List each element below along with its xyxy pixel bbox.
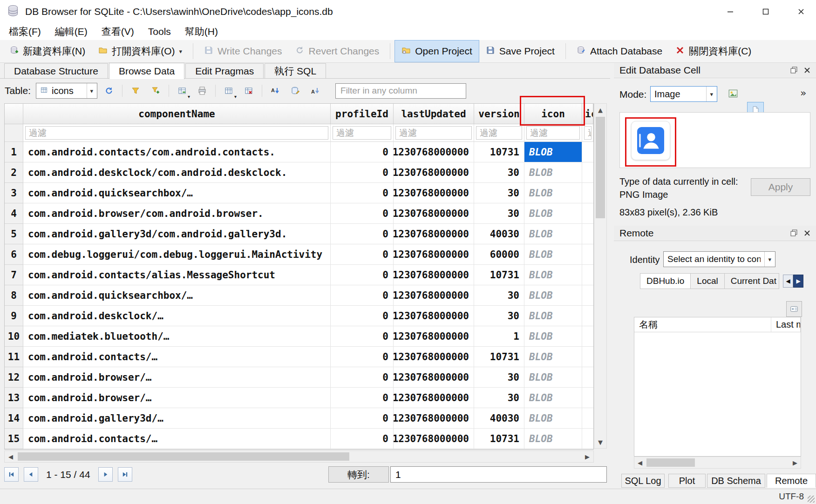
cell-componentName[interactable]: com.mediatek.bluetooth/… (23, 326, 331, 347)
cell-componentName[interactable]: com.android.contacts/com.android.contact… (23, 142, 331, 162)
scroll-left-icon[interactable]: ◀ (634, 457, 646, 468)
cell-version[interactable]: 10731 (474, 347, 524, 367)
cell-profileId[interactable]: 0 (331, 306, 394, 326)
float-dock-icon[interactable] (790, 65, 797, 76)
new-database-button[interactable]: 新建資料庫(N) (3, 40, 92, 62)
remote-list-header-name[interactable]: 名稱 (634, 317, 771, 332)
next-page-button[interactable] (98, 467, 113, 482)
scroll-right-icon[interactable]: ▶ (789, 457, 801, 468)
cell-lastUpdated[interactable]: 1230768000000 (394, 347, 474, 367)
minimize-button[interactable] (715, 0, 745, 23)
sort-descending-button[interactable]: A (307, 82, 324, 99)
cell-profileId[interactable]: 0 (331, 326, 394, 347)
row-number[interactable]: 13 (5, 388, 23, 408)
row-number[interactable]: 6 (5, 244, 23, 265)
cell-icon[interactable]: BLOB (524, 162, 582, 183)
tab-remote[interactable]: Remote (767, 474, 816, 488)
cell-profileId[interactable]: 0 (331, 408, 394, 429)
cell-version[interactable]: 30 (474, 306, 524, 326)
cell-version[interactable]: 30 (474, 388, 524, 408)
cell-overflow[interactable] (582, 224, 593, 244)
cell-overflow[interactable] (582, 347, 593, 367)
cell-icon[interactable]: BLOB (524, 388, 582, 408)
tab-db-schema[interactable]: DB Schema (707, 474, 765, 488)
cell-profileId[interactable]: 0 (331, 367, 394, 388)
cell-version[interactable]: 60000 (474, 244, 524, 265)
close-dock-icon[interactable] (804, 65, 810, 76)
column-header-componentName[interactable]: componentName (23, 104, 331, 124)
new-record-button[interactable]: ▾ (174, 82, 190, 99)
cell-icon[interactable]: BLOB (524, 429, 582, 449)
cell-lastUpdated[interactable]: 1230768000000 (394, 203, 474, 224)
cell-icon[interactable]: BLOB (524, 142, 582, 162)
vertical-scroll-thumb[interactable] (596, 117, 605, 218)
cell-lastUpdated[interactable]: 1230768000000 (394, 367, 474, 388)
scroll-left-icon[interactable]: ◀ (5, 451, 17, 462)
cell-version[interactable]: 30 (474, 183, 524, 203)
cell-componentName[interactable]: com.android.quicksearchbox/… (23, 285, 331, 306)
scroll-down-icon[interactable]: ▼ (594, 436, 606, 448)
filter-lastUpdated[interactable]: 過濾 (394, 124, 474, 142)
cell-profileId[interactable]: 0 (331, 347, 394, 367)
cell-icon[interactable]: BLOB (524, 183, 582, 203)
row-number[interactable]: 15 (5, 429, 23, 449)
cell-lastUpdated[interactable]: 1230768000000 (394, 306, 474, 326)
cell-componentName[interactable]: com.android.quicksearchbox/… (23, 183, 331, 203)
cell-lastUpdated[interactable]: 1230768000000 (394, 429, 474, 449)
cell-lastUpdated[interactable]: 1230768000000 (394, 265, 474, 285)
encoding-indicator[interactable]: UTF-8 (779, 491, 804, 502)
tab-execute-sql[interactable]: 執行 SQL (265, 63, 326, 79)
cell-overflow[interactable] (582, 429, 593, 449)
row-number[interactable]: 14 (5, 408, 23, 429)
identity-combobox[interactable]: Select an identity to conne ▾ (663, 251, 775, 267)
save-project-button[interactable]: Save Project (479, 40, 561, 62)
cell-componentName[interactable]: com.android.gallery3d/… (23, 408, 331, 429)
cell-componentName[interactable]: com.android.browser/com.android.browser. (23, 203, 331, 224)
remote-horizontal-scrollbar[interactable]: ◀ ▶ (634, 457, 801, 469)
cell-profileId[interactable]: 0 (331, 183, 394, 203)
filter-clipped[interactable]: 過濾 (582, 124, 593, 142)
cell-overflow[interactable] (582, 388, 593, 408)
cell-componentName[interactable]: com.android.deskclock/… (23, 306, 331, 326)
filter-any-column-input[interactable] (335, 83, 466, 99)
open-database-button[interactable]: 打開資料庫(O) ▾ (92, 40, 189, 62)
tab-plot[interactable]: Plot (668, 474, 706, 488)
splitter[interactable] (610, 63, 614, 489)
tabs-scroll-left-icon[interactable]: ◀ (783, 275, 793, 288)
filter-version[interactable]: 過濾 (474, 124, 524, 142)
save-table-view-button[interactable]: ▾ (220, 82, 237, 99)
cell-overflow[interactable] (582, 203, 593, 224)
row-number[interactable]: 8 (5, 285, 23, 306)
menu-item-file[interactable]: 檔案(F) (2, 23, 48, 40)
column-header-version[interactable]: version (474, 104, 524, 124)
cell-componentName[interactable]: com.android.gallery3d/com.android.galler… (23, 224, 331, 244)
delete-record-button[interactable] (240, 82, 257, 99)
horizontal-scroll-thumb[interactable] (18, 452, 349, 461)
cell-icon[interactable]: BLOB (524, 244, 582, 265)
cell-lastUpdated[interactable]: 1230768000000 (394, 162, 474, 183)
cell-overflow[interactable] (582, 183, 593, 203)
cell-overflow[interactable] (582, 326, 593, 347)
cell-lastUpdated[interactable]: 1230768000000 (394, 142, 474, 162)
column-header-icon[interactable]: icon (524, 104, 582, 124)
tab-browse-data[interactable]: Browse Data (109, 63, 184, 79)
column-header-clipped[interactable]: ic (582, 104, 593, 124)
remote-list-body[interactable] (634, 332, 801, 457)
cell-version[interactable]: 30 (474, 203, 524, 224)
cell-version[interactable]: 30 (474, 285, 524, 306)
cell-version[interactable]: 10731 (474, 265, 524, 285)
filter-profileId[interactable]: 過濾 (331, 124, 394, 142)
tab-current-database[interactable]: Current Dat (724, 273, 779, 289)
edit-database-cell-button[interactable] (287, 82, 304, 99)
tab-edit-pragmas[interactable]: Edit Pragmas (185, 63, 264, 79)
grid-horizontal-scrollbar[interactable]: ◀ ▶ (4, 450, 594, 463)
cell-version[interactable]: 10731 (474, 429, 524, 449)
row-number[interactable]: 12 (5, 367, 23, 388)
last-page-button[interactable] (118, 467, 132, 482)
cell-componentName[interactable]: com.android.deskclock/com.android.deskcl… (23, 162, 331, 183)
close-button[interactable] (786, 0, 816, 23)
cell-overflow[interactable] (582, 285, 593, 306)
row-number[interactable]: 1 (5, 142, 23, 162)
row-number[interactable]: 4 (5, 203, 23, 224)
row-number[interactable]: 3 (5, 183, 23, 203)
